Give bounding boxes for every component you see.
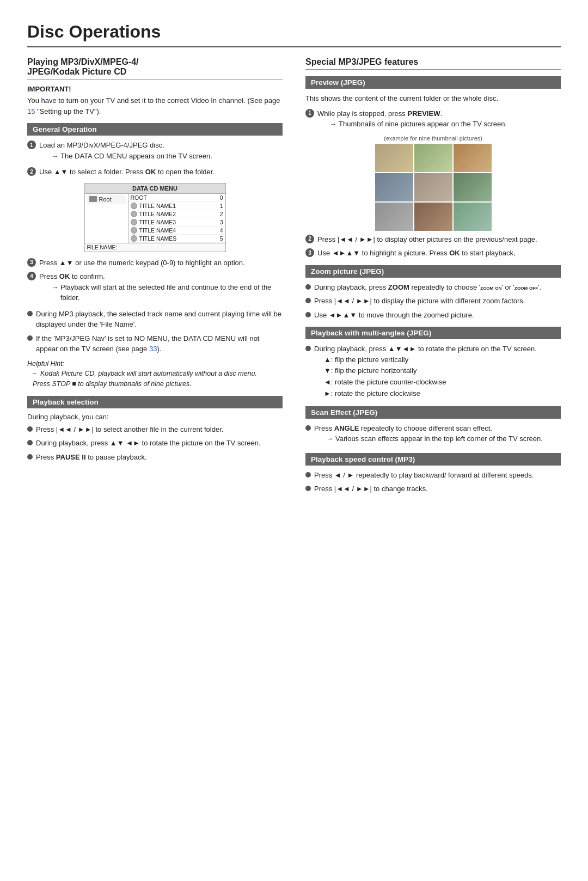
scan-bullet-1: Press ANGLE repeatedly to choose differe… <box>305 423 561 446</box>
step-1: 1 Load an MP3/DivX/MPEG-4/JPEG disc. → T… <box>27 140 283 163</box>
menu-item-4: TITLE NAME4 4 <box>128 227 225 235</box>
preview-jpeg-header: Preview (JPEG) <box>305 76 561 89</box>
pb-bullet-2: During playback, press ▲▼ ◄► to rotate t… <box>27 438 283 449</box>
thumb-5 <box>414 173 452 201</box>
important-label: IMPORTANT! <box>27 85 283 93</box>
step-1-circle: 1 <box>27 140 36 149</box>
preview-step1-arrow: → Thumbnails of nine pictures appear on … <box>329 119 507 130</box>
bullet-dot <box>305 312 311 317</box>
disc-icon <box>131 219 137 225</box>
thumb-label: (example for nine thumbnail pictures) <box>305 135 561 142</box>
zoom-bullet-2: Press |◄◄ / ►►| to display the picture w… <box>305 296 561 307</box>
multi-sub-4: ►: rotate the picture clockwise <box>324 388 537 400</box>
multi-bullet-1: During playback, press ▲▼◄► to rotate th… <box>305 344 561 400</box>
bullet-dot <box>305 425 311 431</box>
bullet-dot <box>27 454 33 460</box>
page-title: Disc Operations <box>27 22 561 47</box>
disc-icon <box>131 211 137 217</box>
bullet-dot <box>305 298 311 303</box>
multiangle-header: Playback with multi-angles (JPEG) <box>305 327 561 339</box>
speed-bullet-1: Press ◄ / ► repeatedly to play backward/… <box>305 470 561 481</box>
bullet-dot <box>305 486 311 491</box>
preview-step-3: 3 Use ◄►▲▼ to highlight a picture. Press… <box>305 248 561 259</box>
thumbnail-grid-container: (example for nine thumbnail pictures) <box>305 135 561 231</box>
preview-step-2: 2 Press |◄◄ / ►►| to display other pictu… <box>305 234 561 245</box>
right-column: Special MP3/JPEG features Preview (JPEG)… <box>305 57 561 498</box>
zoom-bullet-1: During playback, press ZOOM repeatedly t… <box>305 282 561 293</box>
menu-filename-bar: FILE NAME: <box>85 243 225 252</box>
bullet-dot <box>27 440 33 445</box>
thumb-1 <box>375 144 413 172</box>
preview-step-1: 1 While play is stopped, press PREVIEW. … <box>305 108 561 132</box>
menu-left-col: Root <box>85 194 128 243</box>
thumb-8 <box>414 203 452 231</box>
menu-item-5: TITLE NAMES 5 <box>128 235 225 243</box>
step-3: 3 Press ▲▼ or use the numeric keypad (0-… <box>27 258 283 268</box>
menu-root-row: Root <box>87 195 126 204</box>
special-section-title: Special MP3/JPEG features <box>305 57 561 70</box>
disc-icon <box>131 235 137 242</box>
thumbnail-grid <box>375 144 492 231</box>
pb-bullet-3: Press PAUSE II to pause playback. <box>27 452 283 463</box>
preview-step2-circle: 2 <box>305 235 314 243</box>
zoom-bullet-3: Use ◄►▲▼ to move through the zoomed pict… <box>305 310 561 321</box>
step-4: 4 Press OK to confirm. → Playback will s… <box>27 271 283 305</box>
thumb-3 <box>454 144 492 172</box>
preview-step3-circle: 3 <box>305 248 314 257</box>
page-link-33[interactable]: 33 <box>149 345 157 353</box>
step-3-circle: 3 <box>27 258 36 267</box>
step4-arrow: → Playback will start at the selected fi… <box>51 282 283 303</box>
menu-item-3: TITLE NAME3 3 <box>128 218 225 227</box>
multi-sub-items: ▲: flip the picture vertically ▼: flip t… <box>324 354 537 400</box>
page-link-15[interactable]: 15 <box>27 107 35 115</box>
bullet-dot <box>27 335 33 341</box>
thumb-4 <box>375 173 413 201</box>
thumb-9 <box>454 203 492 231</box>
helpful-hint: Helpful Hint: – Kodak Picture CD, playba… <box>27 359 283 389</box>
multi-sub-3: ◄: rotate the picture counter-clockwise <box>324 377 537 388</box>
thumb-2 <box>414 144 452 172</box>
pb-bullet-1: Press |◄◄ / ►►| to select another file i… <box>27 424 283 435</box>
speed-bullet-2: Press |◄◄ / ►►| to change tracks. <box>305 484 561 494</box>
menu-root-item: ROOT 0 <box>128 194 225 202</box>
step-2: 2 Use ▲▼ to select a folder. Press OK to… <box>27 167 283 178</box>
disc-icon <box>131 227 137 234</box>
menu-item-1: TITLE NAME1 1 <box>128 202 225 210</box>
bullet-dot <box>305 346 311 351</box>
bullet-1: During MP3 playback, the selected track … <box>27 309 283 330</box>
scan-arrow: → Various scan effects appear in the top… <box>326 433 543 444</box>
menu-title: DATA CD MENU <box>85 183 225 194</box>
bullet-dot <box>305 472 311 478</box>
bullet-dot <box>27 311 33 316</box>
thumb-6 <box>454 173 492 201</box>
step-2-circle: 2 <box>27 167 36 176</box>
bullet-dot <box>305 284 311 290</box>
zoom-header: Zoom picture (JPEG) <box>305 265 561 278</box>
menu-right-col: ROOT 0 TITLE NAME1 1 TITLE NAME2 2 <box>128 194 225 243</box>
folder-icon <box>89 196 97 202</box>
preview-step1-circle: 1 <box>305 109 314 118</box>
multi-sub-2: ▼: flip the picture horizontally <box>324 365 537 377</box>
section1-title: Playing MP3/DivX/MPEG-4/JPEG/Kodak Pictu… <box>27 57 283 79</box>
thumb-7 <box>375 203 413 231</box>
menu-item-2: TITLE NAME2 2 <box>128 210 225 218</box>
playback-selection-header: Playback selection <box>27 396 283 408</box>
bullet-dot <box>27 426 33 432</box>
important-text: You have to turn on your TV and set it t… <box>27 95 283 117</box>
data-cd-menu: DATA CD MENU Root ROOT 0 TITLE NAME1 <box>84 183 226 252</box>
step-4-circle: 4 <box>27 272 36 280</box>
bullet-2: If the 'MP3/JPEG Nav' is set to NO MENU,… <box>27 333 283 354</box>
scan-header: Scan Effect (JPEG) <box>305 406 561 419</box>
during-playback-text: During playback, you can: <box>27 413 283 421</box>
disc-icon <box>131 203 137 209</box>
step1-arrow: → The DATA CD MENU appears on the TV scr… <box>51 151 212 162</box>
preview-text: This shows the content of the current fo… <box>305 93 561 104</box>
multi-sub-1: ▲: flip the picture vertically <box>324 354 537 366</box>
general-op-header: General Operation <box>27 123 283 136</box>
speed-header: Playback speed control (MP3) <box>305 453 561 466</box>
left-column: Playing MP3/DivX/MPEG-4/JPEG/Kodak Pictu… <box>27 57 288 498</box>
